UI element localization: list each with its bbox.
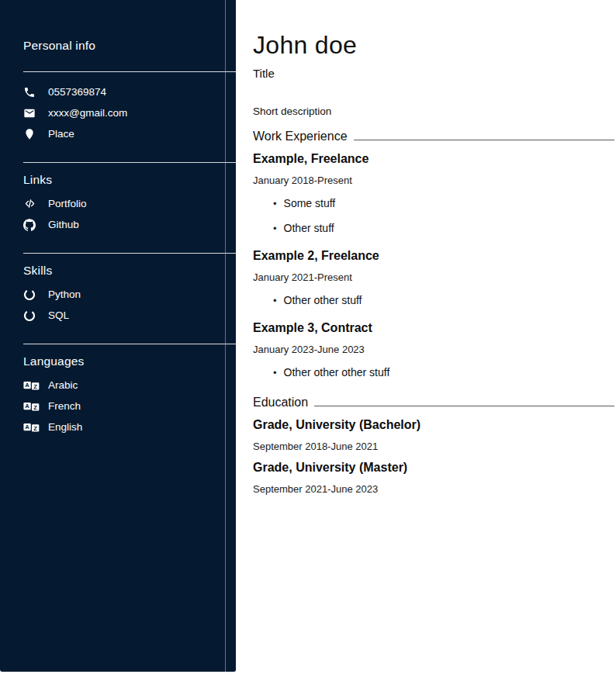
svg-text:A: A	[25, 423, 29, 430]
language-icon: AZ	[23, 379, 48, 392]
svg-text:Z: Z	[33, 382, 37, 389]
section-header-work-experience: Work Experience	[253, 130, 614, 143]
sidebar-item-language-arabic: AZ Arabic	[23, 375, 236, 396]
envelope-icon	[23, 107, 48, 119]
sidebar-item-github[interactable]: Github	[23, 214, 236, 235]
phone-number: 0557369874	[48, 86, 106, 98]
entry-title: Example, Freelance	[253, 152, 614, 166]
education-entry: Grade, University (Master) September 202…	[253, 461, 614, 495]
sidebar-section-title-skills: Skills	[23, 264, 236, 278]
sidebar-item-language-french: AZ French	[23, 396, 236, 416]
sidebar-item-phone: 0557369874	[23, 81, 236, 102]
resume-page: Personal info 0557369874 xxxx@gmail.com …	[0, 0, 616, 674]
sidebar-section-title-links: Links	[23, 173, 236, 187]
svg-text:A: A	[25, 403, 29, 410]
section-heading-label: Education	[253, 396, 308, 410]
entry-dates: September 2021-June 2023	[253, 483, 614, 495]
sidebar-divider	[23, 344, 236, 344]
sidebar-edge-line	[225, 0, 226, 672]
phone-icon	[23, 86, 48, 99]
language-label: English	[48, 421, 82, 433]
links-list: Portfolio Github	[23, 193, 236, 235]
sidebar-item-portfolio[interactable]: Portfolio	[23, 193, 236, 214]
bullet-item: Other other other stuff	[273, 360, 614, 385]
entry-dates: January 2023-June 2023	[253, 344, 614, 355]
main-content: John doe Title Short description Work Ex…	[236, 0, 616, 674]
bullet-item: Some stuff	[273, 191, 614, 216]
entry-title: Example 2, Freelance	[253, 249, 614, 263]
entry-dates: January 2018-Present	[253, 175, 614, 186]
sidebar-item-place: Place	[23, 123, 236, 144]
section-header-education: Education	[253, 396, 614, 410]
entry-dates: January 2021-Present	[253, 271, 614, 283]
languages-list: AZ Arabic AZ French AZ English	[23, 375, 236, 437]
section-header-line	[354, 140, 614, 140]
sidebar-item-language-english: AZ English	[23, 416, 236, 437]
entry-bullet-list: Other other stuff	[253, 288, 614, 313]
language-label: Arabic	[48, 379, 78, 391]
skill-label: SQL	[48, 309, 69, 321]
sidebar-item-email: xxxx@gmail.com	[23, 102, 236, 123]
entry-title: Grade, University (Bachelor)	[253, 418, 614, 432]
svg-text:Z: Z	[33, 403, 37, 410]
education-entry: Grade, University (Bachelor) September 2…	[253, 418, 614, 452]
work-entry: Example 3, Contract January 2023-June 20…	[253, 321, 614, 385]
skills-list: Python SQL	[23, 284, 236, 326]
section-heading-label: Work Experience	[253, 130, 348, 143]
name-heading: John doe	[253, 31, 614, 60]
svg-text:A: A	[25, 382, 29, 389]
circle-notch-icon	[23, 289, 48, 301]
language-label: French	[48, 400, 81, 412]
circle-notch-icon	[23, 309, 48, 322]
sidebar-section-title-languages: Languages	[23, 354, 236, 368]
entry-title: Grade, University (Master)	[253, 461, 614, 475]
job-title: Title	[253, 67, 614, 80]
svg-text:Z: Z	[33, 424, 37, 431]
email-address: xxxx@gmail.com	[48, 107, 127, 119]
entry-title: Example 3, Contract	[253, 321, 614, 335]
entry-bullet-list: Some stuff Other stuff	[253, 191, 614, 240]
github-link[interactable]: Github	[48, 219, 79, 230]
sidebar-item-skill-python: Python	[23, 284, 236, 305]
sidebar-section-title-personal-info: Personal info	[23, 39, 236, 53]
entry-dates: September 2018-June 2021	[253, 441, 614, 452]
short-description: Short description	[253, 105, 614, 117]
portfolio-link[interactable]: Portfolio	[48, 198, 87, 209]
language-icon: AZ	[23, 400, 48, 413]
code-icon	[23, 198, 48, 209]
sidebar-divider	[23, 253, 236, 254]
sidebar: Personal info 0557369874 xxxx@gmail.com …	[0, 0, 236, 672]
skill-label: Python	[48, 289, 81, 300]
bullet-item: Other stuff	[273, 216, 614, 240]
sidebar-item-skill-sql: SQL	[23, 305, 236, 326]
location-pin-icon	[23, 128, 48, 140]
language-icon: AZ	[23, 421, 48, 434]
work-entry: Example 2, Freelance January 2021-Presen…	[253, 249, 614, 313]
work-entry: Example, Freelance January 2018-Present …	[253, 152, 614, 240]
place-label: Place	[48, 128, 74, 140]
section-header-line	[314, 406, 614, 406]
personal-info-list: 0557369874 xxxx@gmail.com Place	[23, 81, 236, 144]
sidebar-divider	[23, 71, 236, 72]
github-icon	[23, 219, 48, 231]
sidebar-divider	[23, 162, 236, 163]
entry-bullet-list: Other other other stuff	[253, 360, 614, 385]
bullet-item: Other other stuff	[273, 288, 614, 313]
